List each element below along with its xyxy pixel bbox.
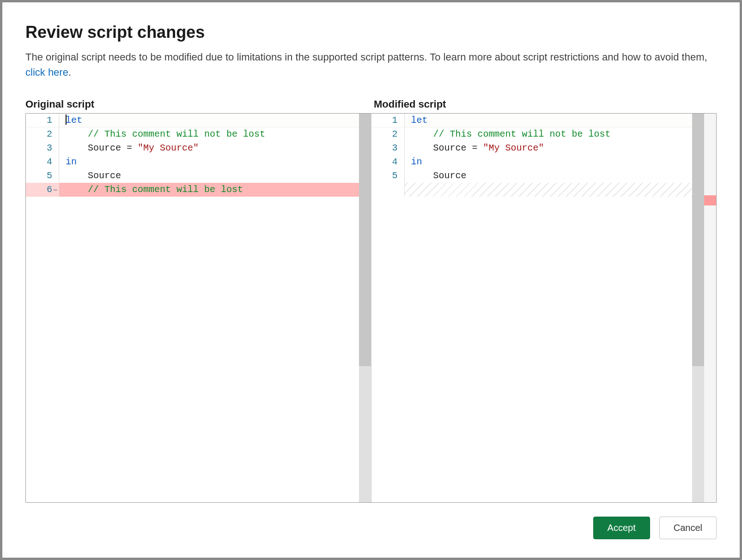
code-content: // This comment will be lost [59,183,359,197]
code-content: in [59,155,359,169]
dialog-title: Review script changes [25,23,717,42]
code-content [405,183,693,197]
code-line[interactable]: 4in [26,155,359,169]
accept-button[interactable]: Accept [593,517,650,539]
token-ident: Source [433,170,467,181]
modified-scrollbar[interactable] [692,114,704,502]
token-kw: in [66,157,77,167]
code-line[interactable]: 2 // This comment will not be lost [371,127,693,141]
token-ident: Source [88,170,121,181]
token-op: = [467,143,483,153]
modified-pane[interactable]: 1let2 // This comment will not be lost3 … [371,114,717,502]
dialog-footer: Accept Cancel [25,503,717,539]
token-str: "My Source" [138,143,199,153]
code-content: Source = "My Source" [59,141,359,155]
line-number: 6– [26,183,59,197]
token-comment: // This comment will not be lost [88,129,265,139]
line-number: 1 [26,114,59,127]
code-content: Source = "My Source" [405,141,693,155]
code-content: let [405,114,693,127]
minus-icon: – [53,183,58,197]
code-line[interactable]: 5 Source [371,169,693,183]
token-plain [66,129,88,139]
code-content: Source [405,169,693,183]
code-content: // This comment will not be lost [405,127,693,141]
cancel-button[interactable]: Cancel [659,517,717,539]
modified-pane-label: Modified script [368,98,717,110]
token-plain [66,184,88,195]
token-ident: Source [433,143,467,153]
code-line[interactable]: 1let [371,114,693,127]
token-op: = [121,143,138,153]
token-kw: in [411,157,422,167]
code-content: // This comment will not be lost [59,127,359,141]
token-plain [411,170,433,181]
code-line[interactable]: 5 Source [26,169,359,183]
code-content: in [405,155,693,169]
line-number: 5 [26,169,59,183]
code-line[interactable]: 2 // This comment will not be lost [26,127,359,141]
token-comment: // This comment will be lost [88,184,243,195]
removed-line-marker[interactable] [704,195,716,205]
token-comment: // This comment will not be lost [433,129,611,139]
line-number: 1 [371,114,405,127]
dialog-subtitle: The original script needs to be modified… [25,49,717,80]
scrollbar-thumb[interactable] [692,114,704,366]
learn-more-link[interactable]: click here [25,66,68,78]
code-line[interactable]: 4in [371,155,693,169]
line-number: 2 [26,127,59,141]
scrollbar-thumb[interactable] [359,114,371,366]
code-line[interactable]: 6– // This comment will be lost [26,183,359,197]
pane-header-row: Original script Modified script [25,98,717,110]
line-number: 4 [26,155,59,169]
original-pane-label: Original script [25,98,368,110]
original-scrollbar[interactable] [359,114,371,502]
line-number: 4 [371,155,405,169]
token-plain [66,170,88,181]
token-ident: Source [88,143,121,153]
line-number: 5 [371,169,405,183]
token-str: "My Source" [483,143,544,153]
line-number: 3 [26,141,59,155]
line-number: 2 [371,127,405,141]
line-number [371,183,405,197]
token-plain [66,143,88,153]
modified-code-area[interactable]: 1let2 // This comment will not be lost3 … [371,114,693,502]
line-number: 3 [371,141,405,155]
code-line[interactable]: 1let [26,114,359,127]
subtitle-text-before: The original script needs to be modified… [25,51,707,63]
review-script-dialog: Review script changes The original scrip… [2,2,740,558]
subtitle-text-after: . [68,66,71,78]
original-code-area[interactable]: 1let2 // This comment will not be lost3 … [26,114,359,502]
overview-ruler[interactable] [704,114,716,502]
token-plain [411,143,433,153]
token-kw: let [66,115,82,126]
code-line[interactable]: 3 Source = "My Source" [371,141,693,155]
code-content: let [59,114,359,127]
original-pane[interactable]: 1let2 // This comment will not be lost3 … [26,114,371,502]
code-line[interactable] [371,183,693,197]
code-line[interactable]: 3 Source = "My Source" [26,141,359,155]
diff-container: 1let2 // This comment will not be lost3 … [25,113,717,503]
token-kw: let [411,115,428,126]
token-plain [411,129,433,139]
code-content: Source [59,169,359,183]
